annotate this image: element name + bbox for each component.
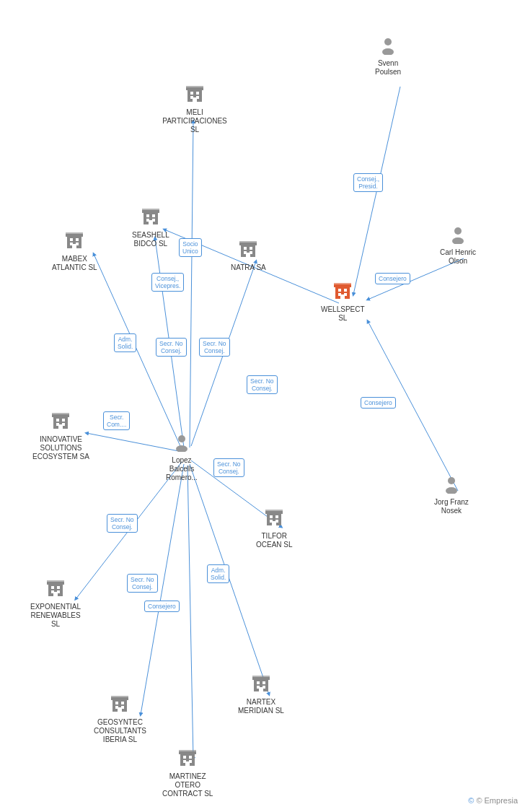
building-icon-nartex (251, 673, 271, 697)
building-icon-wellspect (332, 280, 353, 304)
graph-container: MELI PARTICIPACIONES SL SEASHELLBIDCO SL (0, 0, 525, 812)
svg-point-109 (446, 487, 457, 494)
svg-point-48 (454, 227, 462, 235)
svg-line-0 (190, 121, 193, 448)
watermark-copyright: © (468, 796, 474, 805)
badge-secr-no-consej4: Secr. NoConsej. (213, 458, 244, 477)
building-icon-geosyntec (110, 693, 130, 717)
svg-rect-71 (57, 586, 60, 589)
node-lopez[interactable]: LopezBalcellsRomero... (166, 433, 198, 482)
node-natra[interactable]: NATRA SA (231, 238, 266, 272)
label-carl: Carl HenricOlson (440, 248, 476, 266)
building-icon-exponential (45, 577, 66, 601)
svg-rect-21 (186, 86, 203, 88)
svg-rect-79 (121, 702, 124, 704)
svg-rect-74 (53, 592, 58, 596)
svg-rect-36 (72, 244, 76, 248)
label-natra: NATRA SA (231, 263, 266, 272)
svg-rect-37 (66, 232, 83, 235)
label-geosyntec: GEOSYNTECCONSULTANTSIBERIA SL (94, 718, 146, 744)
watermark: © © Empresia (468, 796, 518, 805)
node-tilfor[interactable]: TILFOROCEAN SL (256, 507, 293, 549)
svg-rect-94 (257, 681, 260, 684)
node-meli[interactable]: MELI PARTICIPACIONES SL (162, 83, 227, 134)
badge-secr-no-consej5: Secr. NoConsej. (107, 514, 138, 533)
svg-rect-83 (111, 696, 128, 698)
label-tilfor: TILFOROCEAN SL (256, 532, 293, 549)
svg-point-46 (384, 38, 392, 45)
badge-socio-unico: SocioUnico (179, 238, 202, 257)
building-icon-natra (238, 238, 258, 262)
svg-point-108 (448, 477, 455, 484)
node-geosyntec[interactable]: GEOSYNTECCONSULTANTSIBERIA SL (94, 693, 146, 744)
svg-rect-75 (47, 580, 64, 582)
node-svenn[interactable]: SvennPoulsen (375, 36, 401, 77)
badge-secr-no-consej6: Secr. NoConsej. (127, 574, 158, 593)
svg-rect-90 (185, 761, 190, 766)
svg-rect-78 (115, 702, 118, 704)
badge-consej-presid: Consej.,Presid. (353, 173, 383, 192)
svg-rect-98 (259, 687, 263, 691)
svg-rect-52 (338, 289, 341, 292)
node-innovative[interactable]: INNOVATIVESOLUTIONSECOSYSTEM SA (32, 410, 89, 461)
svg-rect-103 (275, 515, 278, 518)
building-icon-tilfor (264, 507, 284, 531)
label-lopez: LopezBalcellsRomero... (166, 456, 198, 482)
svg-rect-86 (183, 756, 186, 759)
svg-point-47 (382, 48, 394, 55)
label-meli: MELI PARTICIPACIONES SL (162, 108, 227, 134)
badge-consej-vicepres: Consej.,Vicepres. (151, 273, 184, 292)
badge-secr-no-consej3: Secr. NoConsej. (247, 375, 278, 394)
svg-rect-28 (149, 220, 153, 224)
svg-line-4 (87, 433, 179, 451)
label-mabex: MABEXATLANTIC SL (52, 255, 97, 272)
svg-rect-106 (272, 521, 276, 525)
svg-rect-44 (246, 253, 250, 257)
badge-consejero2: Consejero (144, 601, 180, 612)
svg-rect-41 (250, 247, 252, 250)
svg-rect-17 (196, 92, 199, 95)
svg-rect-99 (252, 676, 270, 678)
svg-rect-91 (179, 750, 196, 752)
label-martinez: MARTINEZOTEROCONTRACT SL (162, 772, 213, 798)
svg-rect-82 (118, 707, 122, 712)
svg-rect-53 (344, 289, 347, 292)
node-seashell[interactable]: SEASHELLBIDCO SL (132, 206, 169, 248)
label-jorg: Jorg FranzNosek (434, 498, 469, 515)
node-wellspect[interactable]: WELLSPECTSL (321, 280, 365, 323)
building-icon-seashell (141, 206, 161, 230)
building-icon-innovative (50, 410, 71, 434)
svg-rect-57 (334, 283, 351, 285)
svg-line-8 (188, 466, 193, 759)
svg-rect-32 (70, 238, 73, 241)
svg-rect-107 (265, 510, 283, 512)
building-icon-martinez (177, 747, 198, 771)
label-svenn: SvennPoulsen (375, 59, 401, 77)
badge-adm-solid1: Adm.Solid. (114, 333, 136, 352)
svg-rect-20 (193, 97, 197, 102)
label-wellspect: WELLSPECTSL (321, 305, 365, 323)
node-mabex[interactable]: MABEXATLANTIC SL (52, 230, 97, 272)
person-icon-lopez (172, 433, 191, 455)
svg-rect-16 (190, 92, 193, 95)
label-innovative: INNOVATIVESOLUTIONSECOSYSTEM SA (32, 435, 89, 461)
building-icon-mabex (64, 230, 84, 253)
node-jorg[interactable]: Jorg FranzNosek (434, 475, 469, 515)
svg-rect-62 (56, 419, 59, 422)
svg-rect-40 (244, 247, 247, 250)
node-nartex[interactable]: NARTEXMERIDIAN SL (238, 673, 284, 715)
badge-secr-no-consej2: Secr. NoConsej. (199, 338, 230, 357)
svg-rect-33 (76, 238, 79, 241)
badge-adm-solid2: Adm.Solid. (207, 564, 229, 583)
svg-rect-95 (262, 681, 265, 684)
watermark-text: © Empresia (476, 796, 518, 805)
svg-point-58 (178, 435, 185, 442)
svg-rect-63 (62, 419, 65, 422)
svg-rect-70 (51, 586, 54, 589)
svg-rect-102 (270, 515, 273, 518)
person-icon-jorg (442, 475, 461, 497)
node-martinez[interactable]: MARTINEZOTEROCONTRACT SL (162, 747, 213, 798)
svg-rect-67 (52, 413, 69, 415)
node-carl[interactable]: Carl HenricOlson (440, 225, 476, 266)
node-exponential[interactable]: EXPONENTIALRENEWABLESSL (30, 577, 81, 629)
